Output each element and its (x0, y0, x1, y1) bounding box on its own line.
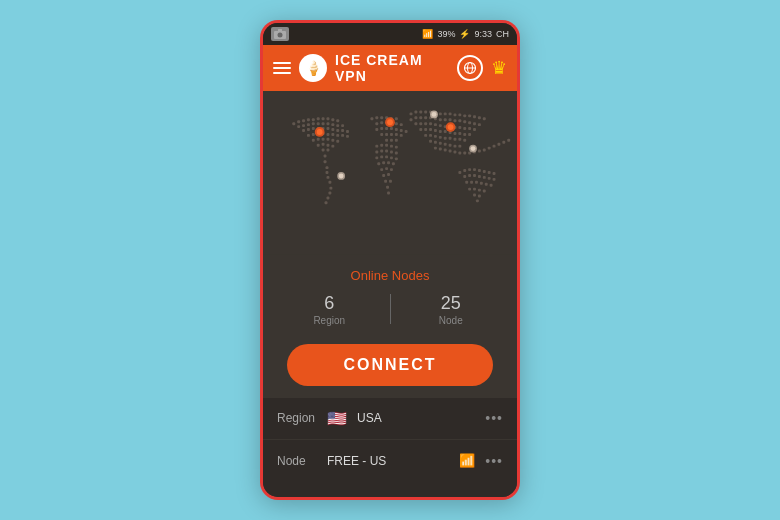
svg-rect-170 (434, 129, 437, 132)
svg-rect-142 (424, 116, 427, 119)
svg-rect-136 (473, 115, 476, 118)
svg-rect-96 (380, 144, 383, 147)
svg-rect-133 (458, 113, 461, 116)
node-more-button[interactable]: ••• (485, 453, 503, 469)
svg-rect-232 (473, 188, 476, 191)
svg-rect-29 (312, 127, 315, 130)
svg-rect-198 (454, 151, 457, 154)
svg-rect-222 (483, 176, 486, 179)
carrier-text: CH (496, 29, 509, 39)
svg-rect-121 (386, 186, 389, 189)
svg-rect-51 (336, 140, 339, 143)
svg-rect-33 (331, 128, 334, 131)
svg-rect-129 (439, 112, 442, 115)
menu-button[interactable] (273, 62, 291, 74)
svg-rect-120 (389, 180, 392, 183)
svg-rect-118 (387, 173, 390, 176)
svg-rect-138 (483, 117, 486, 120)
svg-rect-214 (478, 169, 481, 172)
svg-rect-70 (380, 116, 383, 119)
svg-rect-37 (307, 134, 310, 137)
svg-rect-208 (502, 141, 505, 144)
svg-rect-112 (387, 161, 390, 164)
svg-rect-151 (468, 121, 471, 124)
svg-rect-235 (473, 194, 476, 197)
svg-rect-131 (449, 112, 452, 115)
svg-rect-126 (424, 110, 427, 113)
svg-point-1 (278, 33, 283, 38)
svg-rect-49 (327, 138, 330, 141)
node-row-value: FREE - US (327, 454, 449, 468)
svg-rect-100 (375, 151, 378, 154)
app-logo: 🍦 (299, 54, 327, 82)
svg-rect-13 (322, 117, 325, 120)
svg-rect-21 (317, 122, 320, 125)
svg-rect-16 (336, 119, 339, 122)
connect-button[interactable]: CONNECT (287, 344, 493, 386)
svg-rect-148 (454, 119, 457, 122)
svg-rect-81 (380, 127, 383, 130)
svg-point-245 (432, 112, 437, 117)
svg-rect-44 (341, 134, 344, 137)
svg-rect-117 (382, 174, 385, 177)
svg-rect-18 (302, 124, 305, 127)
svg-rect-158 (434, 123, 437, 126)
svg-rect-48 (322, 138, 325, 141)
svg-rect-106 (380, 155, 383, 158)
svg-rect-150 (463, 120, 466, 123)
svg-rect-83 (390, 127, 393, 130)
region-count: 6 (279, 293, 380, 315)
svg-rect-230 (490, 184, 493, 187)
svg-rect-181 (439, 136, 442, 139)
stats-row: 6 Region 25 Node (279, 293, 501, 326)
svg-rect-190 (444, 143, 447, 146)
svg-rect-154 (414, 122, 417, 125)
svg-rect-23 (327, 122, 330, 125)
svg-rect-8 (297, 120, 300, 123)
globe-icon[interactable] (457, 55, 483, 81)
svg-rect-73 (395, 117, 398, 120)
svg-rect-218 (463, 175, 466, 178)
svg-rect-233 (478, 189, 481, 192)
svg-rect-225 (465, 181, 468, 184)
svg-rect-139 (410, 118, 413, 121)
svg-rect-201 (468, 152, 471, 155)
svg-rect-69 (375, 116, 378, 119)
svg-rect-140 (414, 116, 417, 119)
phone-screen: 📶 39% ⚡ 9:33 CH 🍦 ICE CREAM VPN (263, 23, 517, 497)
svg-rect-84 (395, 128, 398, 131)
svg-rect-224 (493, 178, 496, 181)
svg-rect-217 (493, 172, 496, 175)
region-more-button[interactable]: ••• (485, 410, 503, 426)
map-area (263, 91, 517, 256)
svg-rect-171 (439, 130, 442, 133)
svg-rect-177 (468, 133, 471, 136)
svg-rect-206 (493, 145, 496, 148)
svg-rect-194 (434, 147, 437, 150)
crown-icon[interactable]: ♛ (491, 57, 507, 79)
svg-rect-20 (312, 122, 315, 125)
node-count: 25 (401, 293, 502, 315)
svg-rect-124 (414, 110, 417, 113)
region-stat: 6 Region (279, 293, 380, 326)
svg-rect-179 (429, 134, 432, 137)
svg-rect-78 (395, 122, 398, 125)
svg-rect-204 (483, 149, 486, 152)
photo-icon (271, 27, 289, 41)
signal-strength-icon: 📶 (459, 453, 475, 468)
usa-flag-icon: 🇺🇸 (327, 409, 347, 428)
svg-rect-153 (478, 123, 481, 126)
svg-rect-52 (317, 144, 320, 147)
svg-rect-92 (385, 139, 388, 142)
svg-rect-211 (463, 169, 466, 172)
svg-rect-227 (475, 181, 478, 184)
svg-rect-10 (307, 118, 310, 121)
svg-rect-207 (497, 143, 500, 146)
svg-rect-219 (468, 174, 471, 177)
svg-rect-205 (488, 147, 491, 150)
svg-rect-188 (434, 141, 437, 144)
svg-rect-210 (458, 171, 461, 174)
svg-rect-196 (444, 149, 447, 152)
svg-rect-183 (449, 137, 452, 140)
svg-rect-38 (312, 133, 315, 136)
